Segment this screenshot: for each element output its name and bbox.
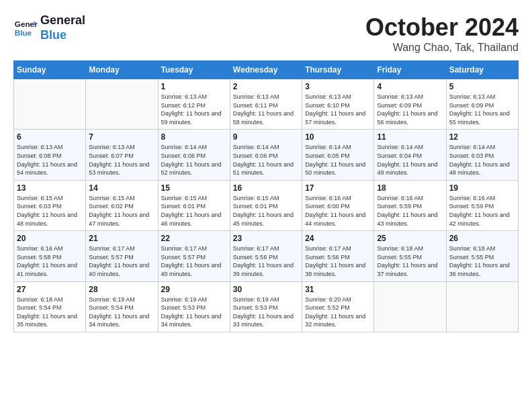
- cell-content: Sunrise: 6:19 AM Sunset: 5:54 PM Dayligh…: [89, 295, 154, 329]
- day-number: 25: [377, 234, 443, 243]
- day-number: 11: [377, 132, 443, 142]
- day-number: 29: [161, 285, 227, 294]
- day-number: 7: [89, 132, 154, 142]
- calendar-cell: 18Sunrise: 6:16 AM Sunset: 5:59 PM Dayli…: [374, 180, 446, 230]
- day-number: 26: [449, 234, 515, 243]
- day-number: 14: [89, 183, 154, 193]
- calendar-cell: 10Sunrise: 6:14 AM Sunset: 6:05 PM Dayli…: [302, 130, 374, 180]
- calendar-cell: 25Sunrise: 6:18 AM Sunset: 5:55 PM Dayli…: [374, 231, 446, 281]
- calendar-cell: 22Sunrise: 6:17 AM Sunset: 5:57 PM Dayli…: [158, 231, 230, 281]
- day-number: 22: [161, 234, 227, 243]
- day-number: 18: [377, 183, 443, 193]
- svg-text:Blue: Blue: [15, 28, 32, 36]
- header-cell-wednesday: Wednesday: [230, 61, 302, 79]
- header-cell-monday: Monday: [86, 61, 158, 79]
- cell-content: Sunrise: 6:13 AM Sunset: 6:09 PM Dayligh…: [377, 93, 443, 126]
- day-number: 23: [233, 234, 299, 243]
- cell-content: Sunrise: 6:16 AM Sunset: 5:58 PM Dayligh…: [17, 244, 83, 278]
- day-number: 2: [233, 82, 299, 91]
- cell-content: Sunrise: 6:15 AM Sunset: 6:01 PM Dayligh…: [161, 194, 227, 228]
- location-title: Wang Chao, Tak, Thailand: [365, 42, 519, 54]
- day-number: 31: [305, 285, 371, 294]
- cell-content: Sunrise: 6:17 AM Sunset: 5:56 PM Dayligh…: [233, 244, 299, 278]
- cell-content: Sunrise: 6:16 AM Sunset: 6:00 PM Dayligh…: [305, 194, 371, 228]
- cell-content: Sunrise: 6:16 AM Sunset: 5:59 PM Dayligh…: [377, 194, 443, 228]
- day-number: 21: [89, 234, 154, 243]
- day-number: 3: [305, 82, 371, 91]
- calendar-cell: [14, 79, 86, 130]
- calendar-cell: 29Sunrise: 6:19 AM Sunset: 5:53 PM Dayli…: [158, 281, 230, 332]
- logo-line1: General: [40, 13, 85, 27]
- cell-content: Sunrise: 6:17 AM Sunset: 5:56 PM Dayligh…: [305, 244, 371, 278]
- calendar-cell: 19Sunrise: 6:16 AM Sunset: 5:59 PM Dayli…: [446, 180, 518, 230]
- day-number: 9: [233, 132, 299, 142]
- day-number: 15: [161, 183, 227, 193]
- calendar-cell: 1Sunrise: 6:13 AM Sunset: 6:12 PM Daylig…: [158, 79, 230, 130]
- cell-content: Sunrise: 6:18 AM Sunset: 5:54 PM Dayligh…: [17, 295, 83, 329]
- day-number: 16: [233, 183, 299, 193]
- day-number: 19: [449, 183, 515, 193]
- calendar-cell: 21Sunrise: 6:17 AM Sunset: 5:57 PM Dayli…: [86, 231, 158, 281]
- calendar-cell: 24Sunrise: 6:17 AM Sunset: 5:56 PM Dayli…: [302, 231, 374, 281]
- cell-content: Sunrise: 6:19 AM Sunset: 5:53 PM Dayligh…: [161, 295, 227, 329]
- calendar-cell: 27Sunrise: 6:18 AM Sunset: 5:54 PM Dayli…: [14, 281, 86, 332]
- calendar-cell: 8Sunrise: 6:14 AM Sunset: 6:06 PM Daylig…: [158, 130, 230, 180]
- calendar-cell: [86, 79, 158, 130]
- calendar-cell: 16Sunrise: 6:15 AM Sunset: 6:01 PM Dayli…: [230, 180, 302, 230]
- day-number: 20: [17, 234, 83, 243]
- cell-content: Sunrise: 6:14 AM Sunset: 6:06 PM Dayligh…: [233, 143, 299, 177]
- week-row-5: 27Sunrise: 6:18 AM Sunset: 5:54 PM Dayli…: [14, 281, 519, 332]
- calendar-cell: 12Sunrise: 6:14 AM Sunset: 6:03 PM Dayli…: [446, 130, 518, 180]
- cell-content: Sunrise: 6:15 AM Sunset: 6:02 PM Dayligh…: [89, 194, 154, 228]
- calendar-cell: 17Sunrise: 6:16 AM Sunset: 6:00 PM Dayli…: [302, 180, 374, 230]
- cell-content: Sunrise: 6:18 AM Sunset: 5:55 PM Dayligh…: [449, 244, 515, 278]
- cell-content: Sunrise: 6:17 AM Sunset: 5:57 PM Dayligh…: [89, 244, 154, 278]
- day-number: 17: [305, 183, 371, 193]
- day-number: 4: [377, 82, 443, 91]
- title-block: October 2024 Wang Chao, Tak, Thailand: [365, 13, 519, 54]
- cell-content: Sunrise: 6:14 AM Sunset: 6:06 PM Dayligh…: [161, 143, 227, 177]
- calendar-cell: 26Sunrise: 6:18 AM Sunset: 5:55 PM Dayli…: [446, 231, 518, 281]
- day-number: 5: [449, 82, 515, 91]
- calendar-body: 1Sunrise: 6:13 AM Sunset: 6:12 PM Daylig…: [14, 79, 519, 332]
- cell-content: Sunrise: 6:13 AM Sunset: 6:11 PM Dayligh…: [233, 93, 299, 126]
- calendar-cell: 9Sunrise: 6:14 AM Sunset: 6:06 PM Daylig…: [230, 130, 302, 180]
- header-cell-tuesday: Tuesday: [158, 61, 230, 79]
- cell-content: Sunrise: 6:13 AM Sunset: 6:12 PM Dayligh…: [161, 93, 227, 126]
- day-number: 13: [17, 183, 83, 193]
- cell-content: Sunrise: 6:19 AM Sunset: 5:53 PM Dayligh…: [233, 295, 299, 329]
- header-cell-sunday: Sunday: [14, 61, 86, 79]
- day-number: 28: [89, 285, 154, 294]
- cell-content: Sunrise: 6:13 AM Sunset: 6:09 PM Dayligh…: [449, 93, 515, 126]
- calendar-cell: 30Sunrise: 6:19 AM Sunset: 5:53 PM Dayli…: [230, 281, 302, 332]
- calendar-cell: 15Sunrise: 6:15 AM Sunset: 6:01 PM Dayli…: [158, 180, 230, 230]
- week-row-1: 1Sunrise: 6:13 AM Sunset: 6:12 PM Daylig…: [14, 79, 519, 130]
- header-row: SundayMondayTuesdayWednesdayThursdayFrid…: [14, 61, 519, 79]
- week-row-4: 20Sunrise: 6:16 AM Sunset: 5:58 PM Dayli…: [14, 231, 519, 281]
- day-number: 1: [161, 82, 227, 91]
- day-number: 8: [161, 132, 227, 142]
- calendar-cell: 4Sunrise: 6:13 AM Sunset: 6:09 PM Daylig…: [374, 79, 446, 130]
- header-cell-saturday: Saturday: [446, 61, 518, 79]
- cell-content: Sunrise: 6:15 AM Sunset: 6:03 PM Dayligh…: [17, 194, 83, 228]
- logo-icon: General Blue: [13, 16, 38, 40]
- cell-content: Sunrise: 6:20 AM Sunset: 5:52 PM Dayligh…: [305, 295, 371, 329]
- cell-content: Sunrise: 6:15 AM Sunset: 6:01 PM Dayligh…: [233, 194, 299, 228]
- calendar-cell: 7Sunrise: 6:13 AM Sunset: 6:07 PM Daylig…: [86, 130, 158, 180]
- cell-content: Sunrise: 6:17 AM Sunset: 5:57 PM Dayligh…: [161, 244, 227, 278]
- calendar-table: SundayMondayTuesdayWednesdayThursdayFrid…: [13, 60, 519, 332]
- day-number: 6: [17, 132, 83, 142]
- calendar-cell: [446, 281, 518, 332]
- cell-content: Sunrise: 6:13 AM Sunset: 6:08 PM Dayligh…: [17, 143, 83, 177]
- week-row-2: 6Sunrise: 6:13 AM Sunset: 6:08 PM Daylig…: [14, 130, 519, 180]
- calendar-cell: 6Sunrise: 6:13 AM Sunset: 6:08 PM Daylig…: [14, 130, 86, 180]
- day-number: 10: [305, 132, 371, 142]
- cell-content: Sunrise: 6:14 AM Sunset: 6:04 PM Dayligh…: [377, 143, 443, 177]
- calendar-cell: 23Sunrise: 6:17 AM Sunset: 5:56 PM Dayli…: [230, 231, 302, 281]
- month-title: October 2024: [365, 13, 519, 42]
- header-cell-thursday: Thursday: [302, 61, 374, 79]
- logo-text: General Blue: [40, 13, 85, 42]
- cell-content: Sunrise: 6:16 AM Sunset: 5:59 PM Dayligh…: [449, 194, 515, 228]
- cell-content: Sunrise: 6:13 AM Sunset: 6:10 PM Dayligh…: [305, 93, 371, 126]
- cell-content: Sunrise: 6:13 AM Sunset: 6:07 PM Dayligh…: [89, 143, 154, 177]
